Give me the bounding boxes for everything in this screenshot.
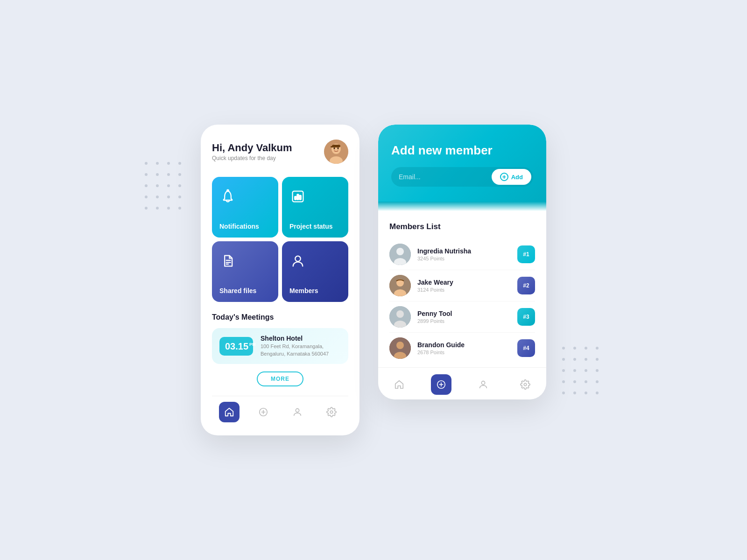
svg-point-3 bbox=[334, 147, 335, 149]
tile-project-status[interactable]: Project status bbox=[282, 177, 348, 238]
meeting-card[interactable]: 03.15PM Shelton Hotel 100 Feet Rd, Koram… bbox=[212, 328, 348, 364]
more-button[interactable]: MORE bbox=[257, 371, 303, 386]
bottom-nav bbox=[212, 396, 348, 424]
member-points-1: 3245 Points bbox=[417, 256, 511, 261]
right-phone: Add new member + Add Members List bbox=[378, 125, 546, 399]
tile-notifications[interactable]: Notifications bbox=[212, 177, 278, 238]
meeting-name: Shelton Hotel bbox=[261, 335, 341, 342]
nav-right-settings[interactable] bbox=[515, 374, 536, 395]
page-wrapper: Hi, Andy Valkum Quick updates for the da… bbox=[201, 125, 546, 435]
svg-rect-11 bbox=[299, 196, 301, 200]
meeting-info: Shelton Hotel 100 Feet Rd, Koramangala, … bbox=[261, 335, 341, 357]
svg-point-31 bbox=[396, 342, 404, 349]
member-row-1[interactable]: Ingredia Nutrisha 3245 Points #1 bbox=[389, 239, 535, 270]
rank-badge-1: #1 bbox=[517, 245, 535, 263]
nav-right-add[interactable] bbox=[431, 374, 451, 395]
member-name-4: Brandon Guide bbox=[417, 341, 511, 349]
meeting-address: 100 Feet Rd, Koramangala, Bengaluru, Kar… bbox=[261, 343, 341, 357]
svg-point-36 bbox=[481, 381, 485, 385]
tile-project-label: Project status bbox=[289, 223, 333, 230]
svg-point-15 bbox=[295, 256, 300, 261]
member-avatar-4 bbox=[389, 337, 411, 359]
member-name-1: Ingredia Nutrisha bbox=[417, 247, 511, 255]
meetings-title: Today's Meetings bbox=[212, 313, 348, 322]
tile-shared-files[interactable]: Shared files bbox=[212, 241, 278, 302]
nav-right-home[interactable] bbox=[389, 374, 409, 395]
subtitle-text: Quick updates for the day bbox=[212, 155, 292, 161]
svg-rect-6 bbox=[331, 146, 333, 147]
member-name-2: Jake Weary bbox=[417, 279, 511, 286]
dot-grid-left bbox=[145, 162, 185, 213]
add-member-button[interactable]: + Add bbox=[492, 169, 531, 185]
left-phone: Hi, Andy Valkum Quick updates for the da… bbox=[201, 125, 359, 435]
rank-badge-3: #3 bbox=[517, 308, 535, 326]
person-icon bbox=[289, 252, 306, 269]
member-avatar-2 bbox=[389, 275, 411, 296]
member-info-1: Ingredia Nutrisha 3245 Points bbox=[417, 247, 511, 261]
rank-badge-2: #2 bbox=[517, 277, 535, 294]
member-row-4[interactable]: Brandon Guide 2678 Points #4 bbox=[389, 333, 535, 364]
member-avatar-3 bbox=[389, 306, 411, 328]
member-name-3: Penny Tool bbox=[417, 310, 511, 317]
svg-point-37 bbox=[524, 383, 527, 386]
svg-point-28 bbox=[396, 310, 404, 318]
meeting-time-box: 03.15PM bbox=[219, 337, 253, 356]
member-row-3[interactable]: Penny Tool 2899 Points #3 bbox=[389, 301, 535, 333]
tile-members[interactable]: Members bbox=[282, 241, 348, 302]
rank-badge-4: #4 bbox=[517, 339, 535, 357]
nav-add[interactable] bbox=[253, 402, 274, 422]
add-member-title: Add new member bbox=[391, 143, 533, 158]
svg-point-7 bbox=[227, 190, 228, 191]
svg-point-20 bbox=[330, 411, 333, 413]
header-fade bbox=[378, 202, 546, 211]
email-input[interactable] bbox=[399, 173, 492, 181]
member-info-3: Penny Tool 2899 Points bbox=[417, 310, 511, 324]
tiles-grid: Notifications Project status bbox=[212, 177, 348, 302]
svg-point-4 bbox=[338, 147, 339, 149]
greeting-text: Hi, Andy Valkum bbox=[212, 142, 292, 154]
nav-right-profile[interactable] bbox=[473, 374, 493, 395]
add-btn-label: Add bbox=[511, 174, 523, 181]
members-section: Members List Ingredia Nutrisha 3245 Poin… bbox=[378, 211, 546, 367]
member-points-3: 2899 Points bbox=[417, 318, 511, 324]
chart-icon bbox=[289, 188, 306, 205]
email-input-row: + Add bbox=[391, 167, 533, 187]
tile-shared-label: Shared files bbox=[219, 287, 256, 294]
tile-members-label: Members bbox=[289, 287, 318, 294]
profile-row: Hi, Andy Valkum Quick updates for the da… bbox=[212, 140, 348, 164]
meeting-time: 03.15PM bbox=[225, 342, 247, 351]
member-row-2[interactable]: Jake Weary 3124 Points #2 bbox=[389, 270, 535, 301]
members-list-title: Members List bbox=[389, 222, 535, 231]
svg-rect-10 bbox=[297, 195, 298, 200]
svg-rect-9 bbox=[295, 196, 296, 200]
member-avatar-1 bbox=[389, 244, 411, 265]
file-icon bbox=[219, 252, 236, 269]
bell-icon bbox=[219, 188, 236, 205]
member-info-2: Jake Weary 3124 Points bbox=[417, 279, 511, 293]
bottom-nav-right bbox=[378, 367, 546, 399]
nav-settings[interactable] bbox=[321, 402, 342, 422]
nav-home[interactable] bbox=[219, 402, 240, 422]
svg-point-22 bbox=[396, 248, 404, 255]
dot-grid-right bbox=[562, 347, 602, 398]
nav-profile[interactable] bbox=[287, 402, 308, 422]
svg-point-19 bbox=[296, 409, 299, 412]
member-info-4: Brandon Guide 2678 Points bbox=[417, 341, 511, 355]
member-points-2: 3124 Points bbox=[417, 287, 511, 293]
plus-circle-icon: + bbox=[500, 173, 508, 181]
member-points-4: 2678 Points bbox=[417, 350, 511, 355]
profile-text: Hi, Andy Valkum Quick updates for the da… bbox=[212, 142, 292, 161]
tile-notifications-label: Notifications bbox=[219, 223, 259, 230]
add-member-header: Add new member + Add bbox=[378, 125, 546, 202]
avatar[interactable] bbox=[324, 140, 348, 164]
